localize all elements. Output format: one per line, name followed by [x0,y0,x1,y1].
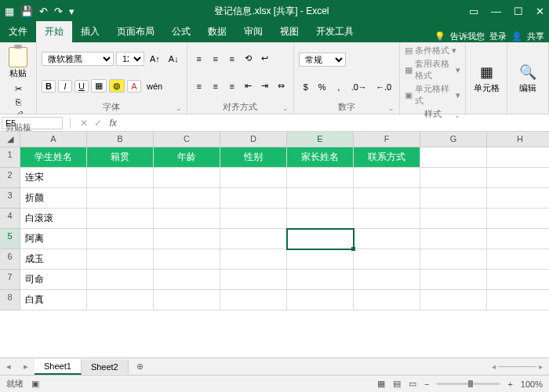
zoom-out-icon[interactable]: − [424,379,429,389]
row-header-2[interactable]: 2 [0,168,20,188]
row-header-8[interactable]: 8 [0,290,20,310]
cell-F2[interactable] [354,168,420,188]
cell-B3[interactable] [87,188,154,209]
cell-G7[interactable] [420,270,487,290]
cell-C5[interactable] [154,229,220,249]
cell-E2[interactable] [287,168,354,188]
sheet-nav-next-icon[interactable]: ▸ [17,361,35,372]
cell-F1[interactable]: 联系方式 [354,147,420,168]
comma-icon[interactable]: , [332,82,346,93]
view-layout-icon[interactable]: ▤ [393,379,401,389]
number-format-select[interactable]: 常规 [299,53,346,67]
tab-view[interactable]: 视图 [271,21,307,42]
tab-insert[interactable]: 插入 [72,21,108,42]
cell-A5[interactable]: 阿离 [20,229,87,249]
cell-H4[interactable] [487,209,549,229]
tellme-text[interactable]: 告诉我您 [450,31,485,42]
cell-E7[interactable] [287,270,354,290]
col-header-E[interactable]: E [287,132,354,147]
cell-E1[interactable]: 家长姓名 [287,147,354,168]
row-header-1[interactable]: 1 [0,147,20,168]
currency-icon[interactable]: $ [299,82,313,93]
cell-G1[interactable] [420,147,487,168]
cell-A7[interactable]: 司命 [20,270,87,290]
wrap-text-icon[interactable]: ↩ [258,53,272,64]
col-header-C[interactable]: C [154,132,220,147]
redo-icon[interactable]: ↷ [54,5,63,17]
fill-color-button[interactable]: ◍ [109,79,125,93]
cell-G2[interactable] [420,168,487,188]
ribbon-options-icon[interactable]: ▭ [469,5,478,17]
row-header-6[interactable]: 6 [0,249,20,270]
cell-G5[interactable] [420,229,487,249]
cell-B8[interactable] [87,290,154,310]
cell-A4[interactable]: 白滚滚 [20,209,87,229]
select-all-corner[interactable]: ◢ [0,132,20,147]
col-header-A[interactable]: A [20,132,87,147]
sheet-nav-prev-icon[interactable]: ◂ [0,361,17,372]
cell-G3[interactable] [420,188,487,209]
tab-home[interactable]: 开始 [36,21,72,42]
col-header-G[interactable]: G [420,132,487,147]
cell-H5[interactable] [487,229,549,249]
cancel-fx-icon[interactable]: ✕ [77,118,91,129]
font-color-button[interactable]: A [127,80,141,93]
maximize-icon[interactable]: ☐ [514,5,523,17]
cell-A6[interactable]: 成玉 [20,249,87,270]
phonetic-button[interactable]: wén [144,81,165,92]
cell-E6[interactable] [287,249,354,270]
cell-F3[interactable] [354,188,420,209]
cell-C7[interactable] [154,270,220,290]
inc-decimal-icon[interactable]: .0→ [348,82,370,93]
cell-G6[interactable] [420,249,487,270]
col-header-H[interactable]: H [487,132,549,147]
cell-A1[interactable]: 学生姓名 [20,147,87,168]
cell-H3[interactable] [487,188,549,209]
indent-dec-icon[interactable]: ⇤ [242,80,256,92]
cell-F8[interactable] [354,290,420,310]
cell-C4[interactable] [154,209,220,229]
cell-B5[interactable] [87,229,154,249]
percent-icon[interactable]: % [315,82,329,93]
font-name-select[interactable]: 微软雅黑 [42,52,114,66]
zoom-level[interactable]: 100% [521,379,543,389]
cell-D1[interactable]: 性别 [220,147,287,168]
cell-F7[interactable] [354,270,420,290]
cond-format-button[interactable]: ▤条件格式▾ [405,45,460,56]
cell-E8[interactable] [287,290,354,310]
cell-E4[interactable] [287,209,354,229]
bold-button[interactable]: B [42,80,56,93]
merge-icon[interactable]: ⇔ [274,80,289,92]
col-header-D[interactable]: D [220,132,287,147]
tab-file[interactable]: 文件 [0,21,36,42]
indent-inc-icon[interactable]: ⇥ [258,80,272,92]
col-header-B[interactable]: B [87,132,154,147]
align-middle-icon[interactable]: ≡ [209,53,223,64]
cell-B4[interactable] [87,209,154,229]
underline-button[interactable]: U [75,80,89,93]
formula-input[interactable] [122,118,549,128]
cell-E5[interactable] [287,229,354,249]
table-format-button[interactable]: ▦套用表格格式▾ [405,58,460,82]
row-header-7[interactable]: 7 [0,270,20,290]
cell-B6[interactable] [87,249,154,270]
align-left-icon[interactable]: ≡ [192,81,206,92]
cell-H1[interactable] [487,147,549,168]
cell-style-button[interactable]: ▣单元格样式▾ [405,83,460,107]
zoom-slider[interactable] [437,383,500,385]
cell-F5[interactable] [354,229,420,249]
orientation-icon[interactable]: ⟲ [242,53,256,64]
cell-B7[interactable] [87,270,154,290]
tab-dev[interactable]: 开发工具 [307,21,362,42]
tab-layout[interactable]: 页面布局 [108,21,163,42]
editing-button[interactable]: 🔍编辑 [512,57,544,101]
cell-D4[interactable] [220,209,287,229]
copy-icon[interactable]: ⎘ [11,96,26,107]
cell-H6[interactable] [487,249,549,270]
h-scrollbar[interactable]: ◂ ─────── ▸ [151,362,549,371]
cell-B1[interactable]: 籍贯 [87,147,154,168]
shrink-font-icon[interactable]: A↓ [165,53,182,64]
row-header-5[interactable]: 5 [0,229,20,249]
align-center-icon[interactable]: ≡ [209,81,223,92]
cell-C8[interactable] [154,290,220,310]
